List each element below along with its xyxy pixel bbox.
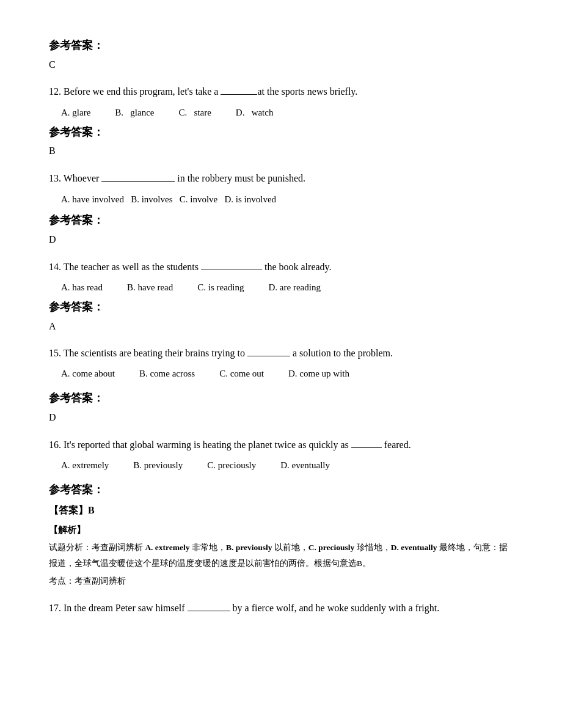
answer-value-14: A xyxy=(49,318,513,334)
answer-label-12: 参考答案： xyxy=(49,123,513,141)
analysis-point: 考点：考查副词辨析 xyxy=(49,574,513,589)
answer-label-14: 参考答案： xyxy=(49,298,513,316)
answer-label-15: 参考答案： xyxy=(49,389,513,407)
option-15-c: C. come out xyxy=(219,366,264,381)
question-13-options: A. have involved B. involves C. involve … xyxy=(61,191,513,208)
option-12-b: B. glance xyxy=(115,105,154,120)
answer-label-13: 参考答案： xyxy=(49,211,513,229)
question-12-section: 12. Before we end this program, let's ta… xyxy=(49,83,513,159)
option-16-b: B. previously xyxy=(133,458,183,472)
option-15-a: A. come about xyxy=(61,366,115,381)
question-16-options: A. extremely B. previously C. preciously… xyxy=(61,458,513,472)
question-16-text: 16. It's reported that global warming is… xyxy=(49,436,513,453)
question-13-section: 13. Whoever in the robbery must be punis… xyxy=(49,170,513,248)
option-16-c: C. preciously xyxy=(207,458,256,472)
option-14-b: B. have read xyxy=(127,280,173,295)
question-12-text: 12. Before we end this program, let's ta… xyxy=(49,83,513,100)
answer-value-13: D xyxy=(49,232,513,248)
option-14-a: A. has read xyxy=(61,280,103,295)
question-16-section: 16. It's reported that global warming is… xyxy=(49,436,513,589)
question-12-options: A. glare B. glance C. stare D. watch xyxy=(61,105,513,120)
question-14-section: 14. The teacher as well as the students … xyxy=(49,259,513,334)
option-12-a: A. glare xyxy=(61,105,90,120)
answer-label-prev: 参考答案： xyxy=(49,37,513,54)
question-15-section: 15. The scientists are beating their bra… xyxy=(49,345,513,425)
answer-value-15: D xyxy=(49,410,513,425)
answer-value-prev: C xyxy=(49,57,513,73)
option-15-b: B. come across xyxy=(139,366,195,381)
question-13-text: 13. Whoever in the robbery must be punis… xyxy=(49,170,513,186)
option-14-d: D. are reading xyxy=(269,280,321,295)
analysis-body: 试题分析：考查副词辨析 A. extremely 非常地，B. previous… xyxy=(49,540,513,571)
answer-label-16: 参考答案： xyxy=(49,481,513,499)
question-17-section: 17. In the dream Peter saw himself by a … xyxy=(49,600,513,616)
option-12-c: C. stare xyxy=(178,105,211,120)
answer-value-16-bracket: 【答案】B xyxy=(49,502,513,518)
answer-value-12: B xyxy=(49,143,513,159)
option-14-c: C. is reading xyxy=(197,280,244,295)
option-16-d: D. eventually xyxy=(280,458,330,472)
question-14-options: A. has read B. have read C. is reading D… xyxy=(61,280,513,295)
answer-section-prev: 参考答案： C xyxy=(49,37,513,72)
question-14-text: 14. The teacher as well as the students … xyxy=(49,259,513,275)
question-17-text: 17. In the dream Peter saw himself by a … xyxy=(49,600,513,616)
option-12-d: D. watch xyxy=(236,105,274,120)
option-16-a: A. extremely xyxy=(61,458,109,472)
question-15-options: A. come about B. come across C. come out… xyxy=(61,366,513,381)
option-15-d: D. come up with xyxy=(288,366,349,381)
analysis-title: 【解析】 xyxy=(49,523,513,537)
question-15-text: 15. The scientists are beating their bra… xyxy=(49,345,513,361)
